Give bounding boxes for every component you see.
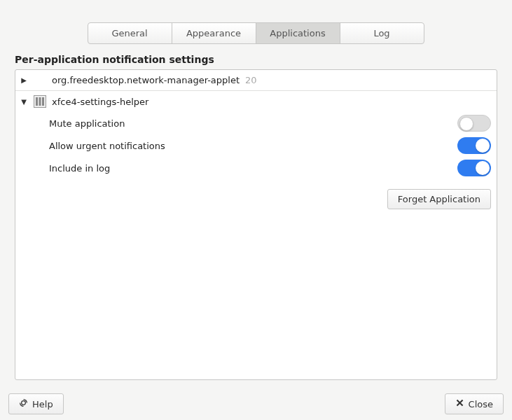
help-icon (19, 398, 28, 410)
close-icon (455, 398, 464, 410)
close-button-label: Close (469, 399, 493, 410)
app-name: xfce4-settings-helper (52, 97, 148, 107)
svg-rect-0 (36, 97, 38, 106)
tab-applications[interactable]: Applications (256, 22, 340, 44)
app-list-panel: ▶ org.freedesktop.network-manager-applet… (15, 69, 497, 380)
forget-application-button[interactable]: Forget Application (387, 189, 491, 209)
tab-bar: General Appearance Applications Log (0, 0, 512, 44)
settings-helper-icon (34, 95, 46, 108)
tab-appearance[interactable]: Appearance (172, 22, 256, 44)
svg-point-3 (22, 401, 26, 405)
help-button-label: Help (32, 399, 53, 410)
app-name: org.freedesktop.network-manager-applet (52, 75, 240, 85)
chevron-right-icon: ▶ (20, 76, 28, 84)
svg-rect-2 (42, 97, 44, 106)
toggle-urgent[interactable] (457, 137, 491, 154)
tab-general[interactable]: General (88, 22, 172, 44)
toggle-include-log[interactable] (457, 160, 491, 176)
app-options: Mute application Allow urgent notificati… (15, 112, 497, 185)
svg-rect-1 (39, 97, 41, 106)
dialog-footer: Help Close (8, 393, 504, 414)
option-label: Mute application (49, 118, 125, 129)
help-button[interactable]: Help (8, 393, 64, 414)
option-urgent: Allow urgent notifications (49, 134, 491, 157)
toggle-mute[interactable] (457, 115, 491, 132)
option-label: Include in log (49, 163, 110, 174)
option-include-log: Include in log (49, 157, 491, 179)
close-button[interactable]: Close (445, 393, 504, 414)
chevron-down-icon: ▼ (20, 98, 28, 106)
tab-log[interactable]: Log (340, 22, 424, 44)
option-label: Allow urgent notifications (49, 141, 165, 151)
app-row-collapsed[interactable]: ▶ org.freedesktop.network-manager-applet… (15, 70, 497, 91)
notification-count: 20 (245, 75, 257, 85)
section-title: Per-application notification settings (0, 44, 512, 69)
option-mute: Mute application (49, 112, 491, 134)
app-row-expanded[interactable]: ▼ xfce4-settings-helper (15, 91, 497, 112)
